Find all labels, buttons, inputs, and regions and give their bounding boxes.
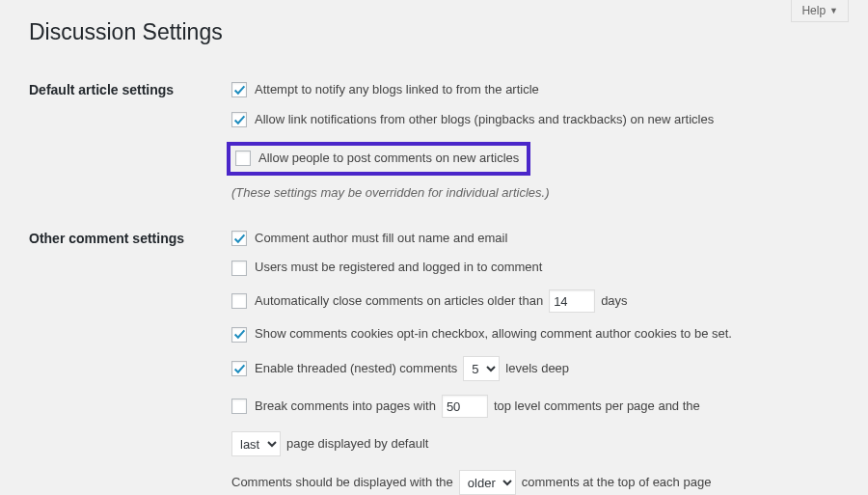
cookies-optin-option[interactable]: Show comments cookies opt-in checkbox, a…: [231, 326, 839, 343]
break-pages-option[interactable]: Break comments into pages with: [231, 399, 436, 415]
author-name-email-option[interactable]: Comment author must fill out name and em…: [231, 231, 839, 247]
allow-comments-label: Allow people to post comments on new art…: [258, 151, 519, 167]
checkbox-checked-icon: [231, 361, 247, 376]
threaded-prefix: Enable threaded (nested) comments: [255, 361, 457, 377]
allow-pingbacks-option[interactable]: Allow link notifications from other blog…: [231, 112, 839, 128]
page-title: Discussion Settings: [29, 19, 839, 45]
threaded-levels-select[interactable]: 5: [463, 356, 500, 381]
break-pages-mid: top level comments per page and the: [494, 399, 700, 415]
checkbox-checked-icon: [231, 327, 247, 343]
checkbox-checked-icon: [231, 112, 247, 127]
cookies-optin-label: Show comments cookies opt-in checkbox, a…: [255, 326, 732, 343]
checkbox-unchecked-icon: [231, 293, 247, 309]
threaded-suffix: levels deep: [505, 361, 569, 377]
checkbox-checked-icon: [231, 82, 247, 97]
help-tab-label: Help: [801, 4, 826, 17]
display-order-suffix: comments at the top of each page: [522, 475, 712, 491]
display-order-prefix: Comments should be displayed with the: [231, 475, 453, 491]
allow-pingbacks-label: Allow link notifications from other blog…: [255, 112, 714, 128]
auto-close-suffix: days: [601, 293, 627, 310]
allow-comments-highlight: Allow people to post comments on new art…: [227, 142, 530, 176]
auto-close-prefix: Automatically close comments on articles…: [255, 293, 543, 310]
users-registered-option[interactable]: Users must be registered and logged in t…: [231, 260, 839, 276]
auto-close-option[interactable]: Automatically close comments on articles…: [231, 293, 543, 310]
settings-table: Default article settings Attempt to noti…: [29, 65, 839, 495]
notify-blogs-label: Attempt to notify any blogs linked to fr…: [255, 82, 539, 98]
section-heading-default-article: Default article settings: [29, 65, 231, 213]
section-heading-other-comment: Other comment settings: [29, 213, 231, 495]
override-note: (These settings may be overridden for in…: [231, 185, 839, 202]
author-name-email-label: Comment author must fill out name and em…: [255, 231, 507, 247]
help-tab-button[interactable]: Help ▼: [791, 0, 849, 22]
notify-blogs-option[interactable]: Attempt to notify any blogs linked to fr…: [231, 82, 839, 98]
caret-down-icon: ▼: [829, 6, 838, 15]
checkbox-checked-icon: [231, 231, 247, 246]
checkbox-unchecked-icon: [235, 151, 251, 166]
page-default-select[interactable]: last: [231, 431, 281, 456]
break-pages-value-input[interactable]: [442, 395, 488, 418]
users-registered-label: Users must be registered and logged in t…: [255, 260, 542, 276]
page-default-suffix: page displayed by default: [286, 436, 428, 453]
checkbox-unchecked-icon: [231, 399, 247, 414]
display-order-select[interactable]: older: [459, 470, 516, 495]
allow-comments-option[interactable]: Allow people to post comments on new art…: [235, 151, 519, 167]
checkbox-unchecked-icon: [231, 261, 247, 276]
threaded-option[interactable]: Enable threaded (nested) comments: [231, 361, 457, 377]
auto-close-days-input[interactable]: [549, 289, 595, 313]
settings-wrap: Discussion Settings Default article sett…: [0, 0, 868, 495]
break-pages-prefix: Break comments into pages with: [255, 399, 436, 415]
